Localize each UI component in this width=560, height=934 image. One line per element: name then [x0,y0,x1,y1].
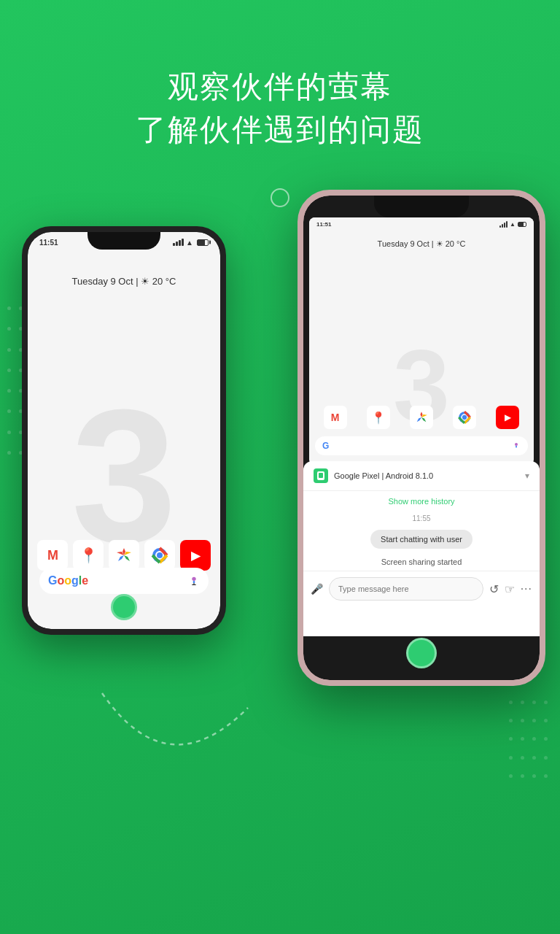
chat-header: Google Pixel | Android 8.1.0 ▾ [303,461,540,491]
chat-input-row: 🎤 ↺ ☞ ··· [303,571,540,606]
phone-left-notch [88,232,160,250]
phone-right-screen: 11:51 ▲ Tuesd [303,196,540,680]
mini-maps-icon: 📍 [367,406,390,429]
hand-icon[interactable]: ☞ [505,582,515,596]
google-g-icon: Google [48,574,88,587]
chrome-icon [149,545,170,566]
app-icon-gmail[interactable]: M [37,540,68,571]
app-icon-youtube[interactable]: ▶ [180,540,211,571]
phone-right-mini-app-icons: M 📍 [314,406,529,429]
decorative-dots-right [509,700,553,788]
phone-right: 11:51 ▲ Tuesd [298,190,545,686]
phone-left-vol-down [222,334,226,363]
mini-signal-icon [499,221,508,228]
phone-right-notch [374,196,469,217]
circle-icon [271,188,289,207]
microphone-icon [188,575,200,587]
chat-panel: Google Pixel | Android 8.1.0 ▾ Show more… [303,461,540,636]
phone-left-frame: 11:51 ▲ Tuesday 9 Oct | ☀ 20 °C 3 [22,226,226,635]
phone-left-home-button[interactable] [111,594,137,620]
svg-point-10 [515,443,518,446]
device-name-label: Google Pixel | Android 8.1.0 [334,471,433,480]
title-section: 观察伙伴的萤幕 了解伙伴遇到的问题 [0,66,560,152]
svg-point-14 [320,479,322,480]
phone-left: 11:51 ▲ Tuesday 9 Oct | ☀ 20 °C 3 [22,226,226,635]
message-input[interactable] [329,577,483,601]
phone-right-mini-time: 11:51 [316,221,331,228]
battery-icon [197,239,209,246]
screen-sharing-text: Screen sharing started [303,553,540,571]
title-line1: 观察伙伴的萤幕 [0,66,560,109]
maps-icon: 📍 [79,547,98,564]
more-options-button[interactable]: ··· [521,582,532,595]
phone-left-date-text: Tuesday 9 Oct | ☀ 20 °C [72,276,176,287]
phone-right-vol-down [541,320,545,356]
svg-point-2 [157,552,163,558]
app-icon-chrome[interactable] [144,540,175,571]
svg-rect-13 [319,473,323,478]
phone-right-power [298,305,302,349]
gmail-icon: M [47,548,58,563]
headset-icon[interactable]: ↺ [489,582,499,596]
phone-right-mini-icons: ▲ [499,221,526,228]
phone-left-app-icons: M 📍 [35,540,213,571]
phone-left-vol-up [222,305,226,328]
chat-bubble: Start chatting with user [370,530,472,549]
phone-right-vol-up [541,283,545,312]
chevron-down-icon[interactable]: ▾ [525,471,529,481]
dashed-arc [58,686,277,788]
phone-left-date-weather: Tuesday 9 Oct | ☀ 20 °C [28,252,220,287]
phone-right-frame: 11:51 ▲ Tuesd [298,190,545,686]
device-icon [314,468,328,483]
mini-gmail-icon: M [324,406,347,429]
mini-wifi-icon: ▲ [510,221,516,228]
mini-chrome-icon [453,406,476,429]
pixel-icon [316,471,326,481]
title-line2: 了解伙伴遇到的问题 [0,109,560,152]
mini-battery-icon [518,222,526,227]
phone-left-time: 11:51 [39,239,58,247]
youtube-icon: ▶ [191,549,200,563]
signal-icon [173,239,184,246]
svg-point-9 [462,415,467,420]
phone-left-search-bar[interactable]: Google [39,568,209,594]
phone-right-mini-search: G [315,436,528,455]
mini-mic-icon [512,441,521,450]
phone-left-screen: 11:51 ▲ Tuesday 9 Oct | ☀ 20 °C 3 [28,232,220,629]
phone-left-status-icons: ▲ [173,239,209,246]
show-history-button[interactable]: Show more history [303,491,540,512]
wifi-icon: ▲ [186,239,195,246]
app-icon-maps[interactable]: 📍 [73,540,104,571]
svg-rect-11 [516,446,517,448]
mic-button[interactable]: 🎤 [311,583,323,595]
phone-right-mini-screen: 11:51 ▲ Tuesd [309,217,534,466]
app-icon-photos[interactable] [109,540,139,571]
svg-rect-4 [193,581,195,583]
phone-left-home-screen: Tuesday 9 Oct | ☀ 20 °C 3 M 📍 [28,252,220,629]
phone-right-mini-status: 11:51 ▲ [309,217,534,231]
phone-left-power [22,320,26,355]
phone-right-home-button[interactable] [406,638,437,668]
chat-bubble-wrap: Start chatting with user [303,525,540,553]
svg-point-3 [192,577,195,581]
photos-icon [114,545,134,566]
chat-timestamp: 11:55 [303,512,540,525]
mini-photos-icon [410,406,433,429]
phone-right-mini-date: Tuesday 9 Oct | ☀ 20 °C [309,231,534,253]
mini-youtube-icon: ▶ [496,406,519,429]
